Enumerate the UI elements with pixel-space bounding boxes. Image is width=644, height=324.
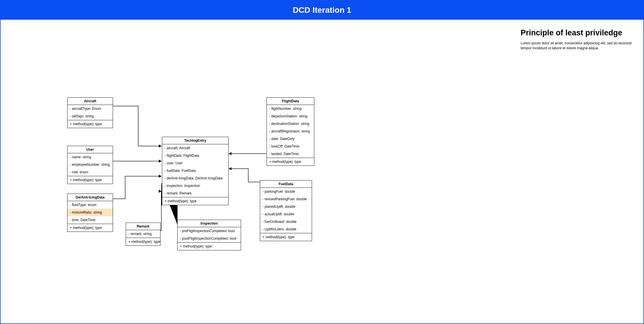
class-deicing[interactable]: De/Anti-IcingData - fluidType: enum - mi… (67, 194, 113, 232)
class-methods: + method(type): type (162, 197, 228, 205)
class-flightdata[interactable]: FlightData - flightNumber: string - depa… (267, 97, 314, 166)
attr-row: - departureStation: string (267, 112, 314, 120)
class-title: User (67, 146, 113, 153)
class-attributes: - preFligtInspectionCompleted: bool - po… (178, 227, 241, 243)
class-methods: + method(type): type (267, 158, 314, 165)
class-methods: + method(type): type (67, 224, 113, 232)
class-attributes: - remark: string (126, 230, 160, 238)
method-row: + method(type): type (67, 176, 113, 184)
header-bar: DCD Iteration 1 (1, 1, 643, 20)
class-methods: + method(type): type (67, 120, 113, 128)
attr-row: - actualUplift: double (260, 210, 312, 218)
class-attributes: - flightNumber: string - departureStatio… (267, 105, 314, 158)
attr-row: - parkingFuel: double (260, 188, 312, 195)
page-title: DCD Iteration 1 (293, 6, 351, 15)
attr-row: - remark: string (126, 230, 160, 238)
attr-row: - aircraft: Aircraft (162, 144, 228, 152)
class-title: Remark (126, 223, 160, 230)
attr-row: - user: User (162, 159, 228, 167)
attr-row: - fluidType: enum (67, 201, 113, 209)
class-title: De/Anti-IcingData (67, 194, 113, 201)
class-aircraft[interactable]: Aircraft - aircraftType: Enum - tailSign… (67, 97, 113, 128)
class-title: TechlogEntry (162, 137, 228, 144)
method-row: + method(type): type (260, 233, 312, 241)
class-techlogentry[interactable]: TechlogEntry - aircraft: Aircraft - flig… (162, 137, 229, 205)
attr-row: - flightNumber: string (267, 105, 314, 112)
attr-row: - de/Anti-IcingData: De/Anti-IcingData (162, 174, 228, 182)
method-row: + method(type): type (67, 224, 113, 232)
class-inspection[interactable]: Inspection - preFligtInspectionCompleted… (177, 220, 241, 250)
class-title: FlightData (267, 98, 314, 105)
class-remark[interactable]: Remark - remark: string + method(type): … (126, 223, 160, 246)
attr-row: - postFligtInspectionCompleted: bool (178, 235, 241, 242)
attr-row: - tookOff: DateTime (267, 143, 314, 150)
attr-row: - aircraftRegistraion: string (267, 128, 314, 135)
attr-row: - fuelOnBoard: double (260, 218, 312, 225)
class-attributes: - name: string - employeeNumber: string … (67, 153, 113, 176)
attr-row: - aircraftType: Enum (67, 105, 113, 112)
class-user[interactable]: User - name: string - employeeNumber: st… (67, 146, 113, 184)
attr-row: - name: string (67, 153, 113, 161)
attr-row: - tailSign: string (67, 112, 113, 120)
diagram-frame: DCD Iteration 1 Principle of least privi… (0, 0, 644, 324)
class-methods: + method(type): type (67, 176, 113, 184)
method-row: + method(type): type (126, 238, 160, 245)
attr-row: - flightData: FlightData (162, 152, 228, 159)
attr-row: - fuelData: FuelData (162, 167, 228, 174)
attr-row: - employeeNumber: string (67, 161, 113, 168)
attr-row: - destinationStation: string (267, 120, 314, 128)
class-title: Aircraft (67, 98, 113, 105)
attr-row: - remark: Remark (162, 190, 228, 197)
attr-row: - inspection: Inspection (162, 182, 228, 190)
attr-row: - UpliftInLiters: double (260, 225, 312, 233)
class-methods: + method(type): type (260, 233, 312, 241)
class-fueldata[interactable]: FuelData - parkingFuel: double - revised… (260, 180, 312, 241)
class-title: FuelData (260, 181, 312, 188)
class-methods: + method(type): type (178, 243, 241, 250)
attr-row: - time: DateTime (67, 216, 113, 224)
attr-row-highlighted: - mixtureRatio: string (67, 209, 113, 216)
attr-row: - planedUplift: double (260, 203, 312, 210)
method-row: + method(type): type (178, 243, 241, 250)
attr-row: - role: enum (67, 168, 113, 176)
method-row: + method(type): type (67, 120, 113, 128)
diagram-canvas[interactable]: Aircraft - aircraftType: Enum - tailSign… (1, 20, 643, 323)
class-attributes: - aircraft: Aircraft - flightData: Fligh… (162, 144, 228, 197)
method-row: + method(type): type (162, 197, 228, 205)
class-methods: + method(type): type (126, 238, 160, 245)
attr-row: - landed: DateTime (267, 150, 314, 158)
attr-row: - date: DateOnly (267, 135, 314, 143)
attr-row: - revisedParkingFuel: double (260, 195, 312, 203)
class-attributes: - aircraftType: Enum - tailSign: string (67, 105, 113, 120)
class-title: Inspection (178, 220, 241, 227)
method-row: + method(type): type (267, 158, 314, 165)
class-attributes: - fluidType: enum - mixtureRatio: string… (67, 201, 113, 224)
class-attributes: - parkingFuel: double - revisedParkingFu… (260, 188, 312, 233)
attr-row: - preFligtInspectionCompleted: bool (178, 227, 241, 235)
